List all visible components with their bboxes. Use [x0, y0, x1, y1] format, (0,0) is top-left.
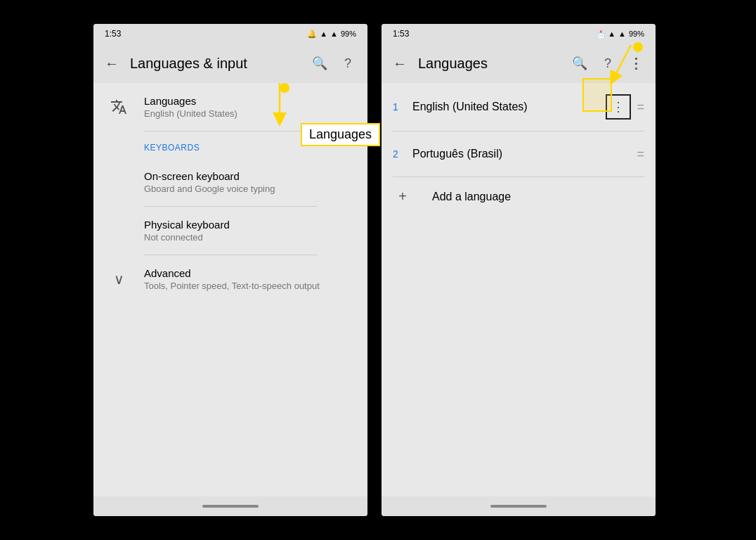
right-time: 1:53: [393, 29, 409, 39]
portuguese-lang-item[interactable]: 2 Português (Brasil) =: [382, 131, 656, 176]
right-screen-title: Languages: [418, 56, 560, 72]
left-status-bar: 1:53 🔔 ▲ ▲ 99%: [93, 24, 367, 44]
english-drag-handle[interactable]: =: [637, 100, 644, 115]
right-battery: 99%: [629, 30, 644, 38]
left-app-bar: ← Languages & input 🔍 ?: [93, 44, 367, 83]
english-actions: ⋮ =: [606, 94, 644, 120]
languages-item[interactable]: Languages English (United States): [93, 83, 367, 131]
advanced-text: Advanced Tools, Pointer speed, Text-to-s…: [144, 267, 356, 291]
right-status-icons: 📩 ▲ ▲ 99%: [597, 30, 644, 38]
left-phone-screen: 1:53 🔔 ▲ ▲ 99% ← Languages & input 🔍: [93, 24, 367, 516]
english-three-dot-button[interactable]: ⋮: [606, 94, 631, 120]
add-language-text: Add a language: [432, 191, 511, 203]
right-nav-bar: [382, 496, 656, 516]
languages-item-subtitle: English (United States): [144, 108, 356, 119]
left-time: 1:53: [105, 29, 121, 39]
left-annotation-dot: [280, 83, 289, 93]
physical-keyboard-icon: [105, 217, 133, 245]
keyboards-header: KEYBOARDS: [93, 131, 367, 158]
languages-item-title: Languages: [144, 95, 356, 107]
left-nav-pill: [202, 505, 259, 508]
left-app-bar-icons: 🔍 ?: [311, 55, 356, 72]
left-nav-bar: [93, 496, 367, 516]
left-back-button[interactable]: ←: [105, 56, 119, 72]
left-help-icon[interactable]: ?: [339, 55, 356, 72]
add-language-item[interactable]: + Add a language: [382, 177, 656, 216]
physical-keyboard-title: Physical keyboard: [144, 219, 356, 231]
right-app-bar-icons: 🔍 ? ⋮: [571, 55, 644, 72]
left-content: Languages English (United States) KEYBOA…: [93, 83, 367, 496]
portuguese-actions: =: [637, 147, 644, 162]
right-wifi-icon: ▲: [608, 30, 615, 38]
volume-icon: 🔔: [307, 30, 317, 39]
on-screen-keyboard-item[interactable]: On-screen keyboard Gboard and Google voi…: [93, 158, 367, 206]
add-icon: +: [393, 188, 412, 205]
portuguese-name: Português (Brasil): [412, 148, 637, 160]
signal-icon: ▲: [330, 30, 338, 38]
physical-keyboard-item[interactable]: Physical keyboard Not connected: [93, 207, 367, 255]
on-screen-keyboard-subtitle: Gboard and Google voice typing: [144, 184, 356, 194]
left-search-icon[interactable]: 🔍: [311, 55, 328, 72]
right-volume-icon: 📩: [597, 30, 605, 38]
on-screen-keyboard-title: On-screen keyboard: [144, 170, 356, 182]
right-app-bar: ← Languages 🔍 ? ⋮: [382, 44, 656, 83]
english-number: 1: [393, 101, 412, 112]
advanced-item[interactable]: ∨ Advanced Tools, Pointer speed, Text-to…: [93, 255, 367, 303]
portuguese-number: 2: [393, 148, 412, 160]
english-name: English (United States): [412, 101, 606, 113]
right-top-annotation-dot: [633, 42, 643, 52]
right-more-icon[interactable]: ⋮: [627, 55, 644, 72]
left-status-icons: 🔔 ▲ ▲ 99%: [307, 30, 356, 39]
right-nav-pill: [490, 505, 547, 508]
advanced-title: Advanced: [144, 267, 356, 279]
right-search-icon[interactable]: 🔍: [571, 55, 588, 72]
portuguese-drag-handle[interactable]: =: [637, 147, 644, 162]
advanced-subtitle: Tools, Pointer speed, Text-to-speech out…: [144, 281, 356, 291]
right-content: 1 English (United States) ⋮ = 2 Portuguê…: [382, 83, 656, 496]
translate-icon: [105, 93, 133, 121]
left-battery: 99%: [341, 30, 356, 38]
languages-item-text: Languages English (United States): [144, 95, 356, 119]
advanced-expand-icon: ∨: [105, 265, 133, 293]
left-screen-title: Languages & input: [130, 56, 300, 72]
wifi-icon: ▲: [320, 30, 327, 38]
on-screen-keyboard-text: On-screen keyboard Gboard and Google voi…: [144, 170, 356, 194]
on-screen-icon: [105, 168, 133, 196]
english-lang-item[interactable]: 1 English (United States) ⋮ =: [382, 83, 656, 131]
right-back-button[interactable]: ←: [393, 56, 407, 72]
right-status-bar: 1:53 📩 ▲ ▲ 99%: [382, 24, 656, 44]
physical-keyboard-subtitle: Not connected: [144, 232, 356, 243]
right-phone-screen: 1:53 📩 ▲ ▲ 99% ← Languages 🔍 ? ⋮: [382, 24, 656, 516]
right-help-icon[interactable]: ?: [599, 55, 616, 72]
physical-keyboard-text: Physical keyboard Not connected: [144, 219, 356, 243]
right-signal-icon: ▲: [618, 30, 626, 38]
